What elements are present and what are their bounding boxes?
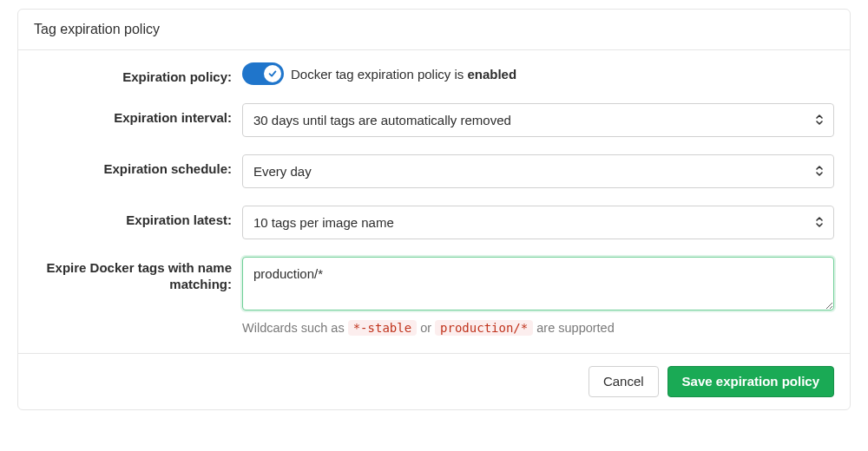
- panel-footer: Cancel Save expiration policy: [18, 353, 850, 410]
- row-expiration-latest: Expiration latest: 10 tags per image nam…: [34, 206, 834, 239]
- field-expiration-policy: Docker tag expiration policy is enabled: [242, 62, 834, 85]
- label-expiration-latest: Expiration latest:: [34, 206, 242, 229]
- field-expiration-schedule: Every day: [242, 154, 834, 188]
- label-name-matching: Expire Docker tags with name matching:: [34, 257, 242, 293]
- label-expiration-interval: Expiration interval:: [34, 103, 242, 127]
- panel-body: Expiration policy: Docker tag expiration…: [18, 50, 850, 336]
- panel-title: Tag expiration policy: [18, 10, 850, 50]
- label-expiration-schedule: Expiration schedule:: [34, 154, 242, 178]
- row-expiration-interval: Expiration interval: 30 days until tags …: [34, 103, 834, 137]
- expiration-schedule-select[interactable]: Every day: [242, 154, 834, 188]
- help-prefix: Wildcards such as: [242, 321, 348, 335]
- expiration-interval-value: 30 days until tags are automatically rem…: [242, 103, 834, 137]
- row-name-matching: Expire Docker tags with name matching: W…: [34, 257, 834, 336]
- field-expiration-latest: 10 tags per image name: [242, 206, 834, 239]
- help-example-1: *-stable: [348, 320, 417, 336]
- help-suffix: are supported: [536, 321, 614, 335]
- toggle-line: Docker tag expiration policy is enabled: [242, 62, 834, 85]
- expiration-latest-select[interactable]: 10 tags per image name: [242, 206, 834, 239]
- name-matching-help: Wildcards such as *-stable or production…: [242, 320, 834, 336]
- expiration-latest-value: 10 tags per image name: [242, 206, 834, 239]
- row-expiration-schedule: Expiration schedule: Every day: [34, 154, 834, 188]
- toggle-caption: Docker tag expiration policy is enabled: [291, 67, 516, 82]
- tag-expiration-panel: Tag expiration policy Expiration policy:…: [17, 9, 851, 410]
- help-mid: or: [420, 321, 435, 335]
- cancel-button[interactable]: Cancel: [589, 366, 659, 398]
- toggle-caption-prefix: Docker tag expiration policy is: [291, 67, 467, 82]
- check-icon: [267, 69, 278, 79]
- toggle-caption-state: enabled: [467, 67, 516, 82]
- toggle-knob: [264, 65, 281, 82]
- expiration-policy-toggle[interactable]: [242, 62, 284, 85]
- name-matching-textarea[interactable]: [242, 257, 834, 310]
- label-expiration-policy: Expiration policy:: [34, 62, 242, 86]
- row-expiration-policy: Expiration policy: Docker tag expiration…: [34, 62, 834, 86]
- help-example-2: production/*: [435, 320, 533, 336]
- expiration-schedule-value: Every day: [242, 154, 834, 188]
- save-button[interactable]: Save expiration policy: [667, 366, 834, 398]
- field-name-matching: Wildcards such as *-stable or production…: [242, 257, 834, 336]
- expiration-interval-select[interactable]: 30 days until tags are automatically rem…: [242, 103, 834, 137]
- field-expiration-interval: 30 days until tags are automatically rem…: [242, 103, 834, 137]
